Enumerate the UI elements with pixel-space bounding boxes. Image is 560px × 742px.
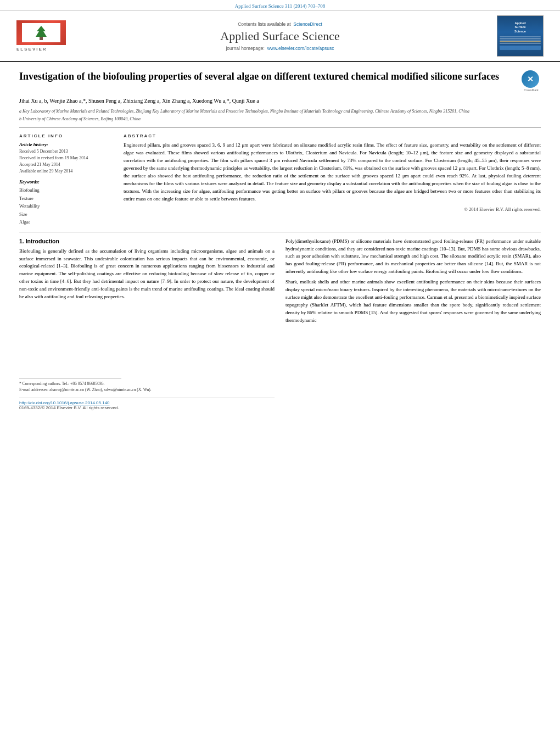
bottom-bar: http://dx.doi.org/10.1016/j.apsusc.2014.… (19, 398, 275, 410)
elsevier-tree-icon (22, 23, 60, 42)
intro-section-title: 1. Introduction (19, 238, 275, 244)
footnotes-area: * Corresponding authors. Tel.: +86 0574 … (19, 378, 275, 393)
publisher-logo-area: ELSEVIER (16, 20, 77, 52)
copyright-line: © 2014 Elsevier B.V. All rights reserved… (124, 207, 541, 212)
affiliation-a: a Key Laboratory of Marine Materials and… (19, 108, 541, 114)
cover-journal-title: AppliedSurfaceScience (514, 21, 526, 33)
header-divider (19, 127, 541, 128)
intro-paragraph-1: Biofouling is generally defined as the a… (19, 248, 275, 302)
received-revised-date: Received in revised form 19 May 2014 (19, 155, 113, 161)
history-heading: Article history: (19, 142, 113, 147)
journal-header: ELSEVIER Contents lists available at Sci… (0, 11, 560, 62)
issn-line: 0169-4332/© 2014 Elsevier B.V. All right… (19, 405, 275, 410)
page: Applied Surface Science 311 (2014) 703–7… (0, 0, 560, 742)
journal-reference-bar: Applied Surface Science 311 (2014) 703–7… (0, 0, 560, 11)
accepted-date: Accepted 21 May 2014 (19, 161, 113, 168)
intro-para2-text: Poly(dimethysiloxane) (PDMS) or silicone… (285, 238, 541, 276)
sciencedirect-link[interactable]: ScienceDirect (293, 21, 322, 27)
body-columns: 1. Introduction Biofouling is generally … (19, 238, 541, 410)
cover-decorative-lines (500, 36, 541, 51)
keywords-heading: Keywords: (19, 179, 113, 185)
journal-info-center: Contents lists available at ScienceDirec… (77, 21, 483, 51)
article-info-column: ARTICLE INFO Article history: Received 5… (19, 133, 113, 226)
keyword-algae: Algae (19, 218, 113, 226)
keywords-section: Keywords: Biofouling Texture Wettability… (19, 179, 113, 226)
corresponding-text: * Corresponding authors. Tel.: +86 0574 … (19, 381, 104, 386)
journal-title: Applied Surface Science (77, 29, 483, 43)
svg-rect-2 (40, 37, 43, 40)
intro-paragraph-3: Shark, mollusk shells and other marine a… (285, 278, 541, 325)
elsevier-logo: ELSEVIER (16, 20, 77, 52)
elsevier-text: ELSEVIER (16, 47, 47, 52)
affiliation-b: b University of Chinese Academy of Scien… (19, 116, 541, 122)
abstract-body: Engineered pillars, pits and grooves spa… (124, 142, 541, 203)
email-footnote: E-mail addresses: zhaowj@nimte.ac.cn (W.… (19, 387, 275, 393)
affiliation-b-text: b University of Chinese Academy of Scien… (19, 116, 141, 121)
body-right-column: Poly(dimethysiloxane) (PDMS) or silicone… (285, 238, 541, 410)
journal-cover-area: AppliedSurfaceScience (483, 15, 544, 57)
article-info-heading: ARTICLE INFO (19, 133, 113, 138)
crossmark-badge: ✕ CrossMark (522, 70, 541, 90)
journal-cover-image: AppliedSurfaceScience (497, 15, 544, 57)
crossmark-symbol: ✕ (527, 75, 534, 83)
abstract-paragraph: Engineered pillars, pits and grooves spa… (124, 142, 541, 203)
intro-title: Introduction (26, 238, 59, 244)
contents-line: Contents lists available at ScienceDirec… (77, 21, 483, 27)
main-content: Investigation of the biofouling properti… (0, 62, 560, 419)
body-divider (19, 232, 541, 232)
authors-text: Jihai Xu a, b, Wenjie Zhao a,*, Shusen P… (19, 98, 259, 104)
doi-link[interactable]: http://dx.doi.org/10.1016/j.apsusc.2014.… (19, 400, 275, 405)
article-title-section: Investigation of the biofouling properti… (19, 70, 541, 92)
keyword-size: Size (19, 210, 113, 218)
info-abstract-columns: ARTICLE INFO Article history: Received 5… (19, 133, 541, 226)
keyword-wettability: Wettability (19, 202, 113, 210)
authors-line: Jihai Xu a, b, Wenjie Zhao a,*, Shusen P… (19, 97, 541, 105)
homepage-line: journal homepage: www.elsevier.com/locat… (77, 46, 483, 51)
journal-reference-text: Applied Surface Science 311 (2014) 703–7… (235, 3, 325, 9)
article-history: Article history: Received 5 December 201… (19, 142, 113, 175)
body-left-column: 1. Introduction Biofouling is generally … (19, 238, 275, 410)
keyword-texture: Texture (19, 194, 113, 202)
intro-paragraph-2: Poly(dimethysiloxane) (PDMS) or silicone… (285, 238, 541, 276)
article-title: Investigation of the biofouling properti… (19, 70, 522, 83)
corresponding-footnote: * Corresponding authors. Tel.: +86 0574 … (19, 381, 275, 387)
crossmark-label: CrossMark (522, 88, 541, 92)
crossmark-icon: ✕ (522, 70, 539, 88)
email-text: E-mail addresses: zhaowj@nimte.ac.cn (W.… (19, 387, 152, 392)
intro-number: 1. (19, 238, 24, 244)
journal-homepage-link[interactable]: www.elsevier.com/locate/apsusc (267, 46, 334, 51)
intro-para1-text: Biofouling is generally defined as the a… (19, 248, 275, 302)
received-date: Received 5 December 2013 (19, 148, 113, 155)
abstract-column: ABSTRACT Engineered pillars, pits and gr… (124, 133, 541, 226)
abstract-heading: ABSTRACT (124, 133, 541, 138)
elsevier-logo-box (16, 20, 66, 45)
doi-anchor[interactable]: http://dx.doi.org/10.1016/j.apsusc.2014.… (19, 400, 110, 405)
available-date: Available online 29 May 2014 (19, 168, 113, 175)
keyword-biofouling: Biofouling (19, 186, 113, 194)
footnote-divider (19, 378, 121, 378)
affiliation-a-text: a Key Laboratory of Marine Materials and… (19, 109, 469, 114)
intro-para3-text: Shark, mollusk shells and other marine a… (285, 278, 541, 325)
